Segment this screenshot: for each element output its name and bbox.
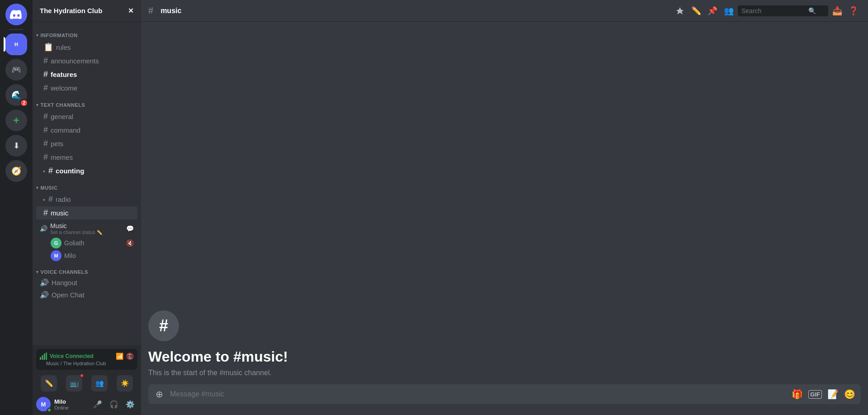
channel-name: command — [51, 126, 80, 134]
category-voice-channels[interactable]: ▾ VOICE CHANNELS — [33, 262, 141, 277]
category-arrow: ▾ — [36, 186, 39, 190]
channel-hash-icon: # — [48, 166, 53, 176]
main-area: # music ✏️ 📌 👥 🔍 📥 ❓ # Welcome — [141, 0, 868, 415]
channel-rules[interactable]: 📋 rules — [36, 40, 137, 54]
search-icon: 🔍 — [808, 7, 816, 14]
music-voice-channel[interactable]: 🔊 Music Set a channel status ✏️ 💬 — [36, 220, 137, 237]
channel-sidebar: The Hydration Club ✕ ▾ INFORMATION 📋 rul… — [33, 0, 141, 415]
category-information[interactable]: ▾ INFORMATION — [33, 25, 141, 40]
channel-open-chat[interactable]: 🔊 Open Chat — [33, 289, 141, 301]
voice-speaker-icon: 🔊 — [40, 225, 47, 232]
channel-radio[interactable]: ▸ # radio — [36, 193, 137, 206]
channel-name: pets — [51, 140, 63, 148]
voice-speaker-icon: 🔊 — [40, 291, 49, 299]
voice-connected-label: Voice Connected — [50, 353, 93, 359]
server-icon-2[interactable]: 🎮 — [5, 59, 27, 81]
channel-counting[interactable]: ▸ # counting — [36, 164, 137, 177]
channel-name: features — [51, 71, 77, 78]
channel-name: memes — [51, 153, 73, 161]
channel-hash-icon: # — [43, 56, 48, 66]
svg-rect-3 — [46, 353, 47, 360]
pins-button[interactable]: 📌 — [705, 4, 720, 18]
voice-chat-icon: 💬 — [126, 225, 134, 232]
member-name-milo: Milo — [64, 252, 76, 259]
user-avatar: M — [36, 397, 51, 411]
voice-action-edit[interactable]: ✏️ — [41, 375, 57, 391]
channel-hash-icon: # — [43, 125, 48, 135]
voice-connected-top: Voice Connected 📶 📵 — [40, 353, 134, 360]
voice-action-camera[interactable]: 📺 — [66, 375, 82, 391]
welcome-hash-circle: # — [148, 310, 179, 341]
category-label: VOICE CHANNELS — [41, 269, 88, 275]
message-input-actions: 🎁 GIF 📝 😊 — [792, 389, 855, 400]
settings-button[interactable]: ⚙️ — [123, 397, 137, 411]
channel-features[interactable]: # features — [36, 68, 137, 81]
welcome-title: Welcome to #music! — [148, 348, 861, 365]
channel-welcome[interactable]: # welcome — [36, 81, 137, 95]
channel-name: welcome — [51, 84, 77, 92]
channel-pets[interactable]: # pets — [36, 137, 137, 150]
channel-command[interactable]: # command — [36, 124, 137, 137]
hangup-button[interactable]: 📵 — [126, 353, 134, 360]
mute-button[interactable]: 🎤 — [90, 397, 105, 411]
channel-announcements[interactable]: # announcements — [36, 54, 137, 67]
search-input[interactable] — [741, 7, 805, 14]
add-server-button[interactable]: + — [5, 110, 27, 131]
channel-hangout[interactable]: 🔊 Hangout — [33, 277, 141, 289]
deafen-button[interactable]: 🎧 — [107, 397, 121, 411]
category-music[interactable]: ▾ MUSIC — [33, 178, 141, 192]
category-text-channels[interactable]: ▾ TEXT CHANNELS — [33, 95, 141, 110]
gift-button[interactable]: 🎁 — [792, 389, 803, 400]
category-arrow: ▾ — [36, 33, 39, 38]
download-button[interactable]: ⬇ — [5, 135, 27, 157]
voice-member-milo[interactable]: M Milo — [36, 249, 137, 262]
search-bar[interactable]: 🔍 — [738, 5, 828, 16]
message-add-button[interactable]: ⊕ — [154, 389, 165, 400]
boost-button[interactable] — [673, 4, 687, 18]
channel-list: ▾ INFORMATION 📋 rules # announcements # … — [33, 22, 141, 345]
gif-button[interactable]: GIF — [808, 390, 822, 399]
channel-name: radio — [56, 196, 71, 203]
message-input[interactable] — [170, 390, 786, 398]
sticker-button[interactable]: 📝 — [827, 389, 839, 400]
server-divider — [9, 29, 24, 30]
channel-name: announcements — [51, 57, 99, 65]
voice-channel-path: Music / The Hydration Club — [40, 361, 134, 366]
emoji-button[interactable]: 😊 — [844, 389, 855, 400]
channel-arrow: ▸ — [43, 169, 46, 173]
channel-name: Open Chat — [52, 291, 85, 299]
help-button[interactable]: ❓ — [846, 4, 861, 18]
server-icon-3[interactable]: 🌊 2 — [5, 84, 27, 106]
members-button[interactable]: 👥 — [722, 4, 736, 18]
top-bar-channel-name: music — [160, 7, 181, 15]
notification-badge: 2 — [20, 99, 28, 107]
user-info[interactable]: M Milo Online — [36, 397, 89, 411]
channel-hash-icon: # — [148, 5, 153, 16]
top-bar-actions: ✏️ 📌 👥 🔍 📥 ❓ — [673, 4, 861, 18]
voice-action-activities[interactable]: ☀️ — [117, 375, 133, 391]
discord-home-button[interactable] — [5, 4, 27, 25]
edit-icon: ✏️ — [97, 230, 102, 235]
edit-channel-button[interactable]: ✏️ — [689, 4, 703, 18]
channel-memes[interactable]: # memes — [36, 151, 137, 164]
signal-icon — [40, 353, 47, 360]
channel-name: music — [51, 209, 68, 217]
voice-action-people[interactable]: 👥 — [91, 375, 108, 391]
explore-button[interactable]: 🧭 — [5, 160, 27, 182]
inbox-button[interactable]: 📥 — [830, 4, 844, 18]
message-input-box: ⊕ 🎁 GIF 📝 😊 — [148, 384, 861, 404]
voice-member-goliath[interactable]: G Goliath 🔇 — [36, 237, 137, 249]
server-name: The Hydration Club — [40, 7, 102, 14]
channel-hash-icon: # — [43, 153, 48, 162]
voice-waves-icon: 📶 — [116, 353, 123, 360]
server-header[interactable]: The Hydration Club ✕ — [33, 0, 141, 22]
server-icon-1[interactable]: H — [5, 33, 27, 55]
set-status-text: Set a channel status — [50, 229, 95, 235]
channel-music[interactable]: # music — [36, 206, 137, 219]
user-panel: Voice Connected 📶 📵 Music / The Hydratio… — [33, 345, 141, 415]
camera-badge — [80, 373, 84, 378]
category-label: TEXT CHANNELS — [41, 102, 85, 108]
welcome-description: This is the start of the #music channel. — [148, 369, 861, 377]
user-controls: M Milo Online 🎤 🎧 ⚙️ — [36, 397, 137, 411]
channel-general[interactable]: # general — [36, 110, 137, 123]
